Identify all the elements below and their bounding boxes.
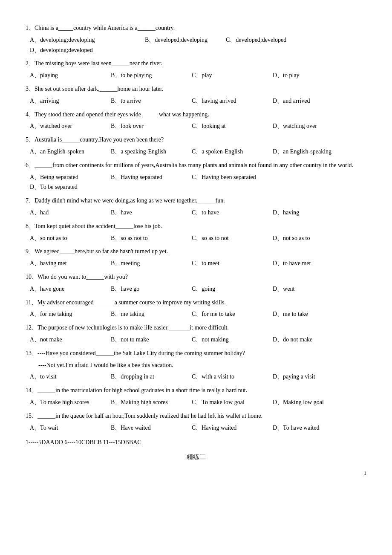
option-13-B: B、dropping in at bbox=[111, 372, 187, 382]
options-row-5: A、an English-spokenB、a speaking-EnglishC… bbox=[26, 147, 366, 157]
options-row-4: A、watched overB、look overC、looking atD、w… bbox=[26, 121, 366, 131]
question-block-8: 8、Tom kept quiet about the accident_____… bbox=[26, 221, 366, 243]
option-13-A: A、to visit bbox=[30, 372, 107, 382]
option-9-C: C、to meet bbox=[192, 258, 268, 269]
option-5-B: B、a speaking-English bbox=[111, 147, 187, 157]
option-2-D: D、to play bbox=[273, 70, 349, 81]
option-3-A: A、arriving bbox=[30, 96, 107, 106]
option-7-B: B、have bbox=[111, 208, 187, 218]
option-9-D: D、to have met bbox=[273, 258, 349, 269]
options-row-6: A、Being separatedB、Having separatedC、Hav… bbox=[26, 172, 366, 193]
option-11-A: A、for me taking bbox=[30, 309, 107, 319]
option-3-C: C、having arrived bbox=[192, 96, 268, 106]
question-block-4: 4、They stood there and opened their eyes… bbox=[26, 110, 366, 132]
question-stem-11: 11、My advisor encouraged_______a summer … bbox=[26, 298, 366, 308]
question-block-3: 3、She set out soon after dark,______home… bbox=[26, 84, 366, 106]
option-11-B: B、me taking bbox=[111, 309, 187, 319]
question-stem-2: 2、The missing boys were last seen______n… bbox=[26, 58, 366, 69]
question-block-5: 5、Australia is______country.Have you eve… bbox=[26, 135, 366, 157]
option-8-C: C、so as to not bbox=[192, 233, 268, 243]
option-12-B: B、not to make bbox=[111, 335, 187, 345]
option-1-B: B、developed;developing bbox=[145, 35, 222, 45]
option-9-A: A、having met bbox=[30, 258, 107, 269]
question-block-2: 2、The missing boys were last seen______n… bbox=[26, 58, 366, 81]
option-15-C: C、Having waited bbox=[192, 423, 268, 433]
question-stem-13: 13、----Have you considered______the Salt… bbox=[26, 348, 366, 358]
option-4-A: A、watched over bbox=[30, 121, 107, 131]
option-1-C: C、developed;developed bbox=[226, 35, 303, 45]
options-row-15: A、To waitB、Have waitedC、Having waitedD、T… bbox=[26, 423, 366, 433]
question-block-6: 6、______from other continents for millio… bbox=[26, 160, 366, 192]
option-15-D: D、To have waited bbox=[273, 423, 349, 433]
option-6-C: C、Having been separated bbox=[192, 172, 303, 182]
option-2-A: A、playing bbox=[30, 70, 107, 81]
option-14-C: C、To make low goal bbox=[192, 397, 268, 408]
question-block-12: 12、The purpose of new technologies is to… bbox=[26, 323, 366, 345]
question-block-1: 1、China is a_____country while America i… bbox=[26, 23, 366, 55]
question-block-9: 9、We agreed_____here,but so far she hasn… bbox=[26, 246, 366, 269]
option-4-B: B、look over bbox=[111, 121, 187, 131]
option-15-A: A、To wait bbox=[30, 423, 107, 433]
option-5-A: A、an English-spoken bbox=[30, 147, 107, 157]
option-8-D: D、not so as to bbox=[273, 233, 349, 243]
option-10-C: C、going bbox=[192, 284, 268, 294]
question-stem-6: 6、______from other continents for millio… bbox=[26, 160, 366, 171]
option-8-B: B、so as not to bbox=[111, 233, 187, 243]
option-6-B: B、Having separated bbox=[111, 172, 187, 182]
questions-container: 1、China is a_____country while America i… bbox=[26, 23, 366, 433]
options-row-8: A、so not as toB、so as not toC、so as to n… bbox=[26, 233, 366, 243]
options-row-10: A、have goneB、have goC、goingD、went bbox=[26, 284, 366, 294]
option-10-B: B、have go bbox=[111, 284, 187, 294]
question-stem-10: 10、Who do you want to______with you? bbox=[26, 272, 366, 282]
option-12-D: D、do not make bbox=[273, 335, 349, 345]
options-row-14: A、To make high scoresB、Making high score… bbox=[26, 397, 366, 408]
option-6-A: A、Being separated bbox=[30, 172, 107, 182]
option-5-C: C、a spoken-English bbox=[192, 147, 268, 157]
option-11-D: D、me to take bbox=[273, 309, 349, 319]
option-14-D: D、Making low goal bbox=[273, 397, 349, 408]
option-12-A: A、not make bbox=[30, 335, 107, 345]
options-row-11: A、for me takingB、me takingC、for me to ta… bbox=[26, 309, 366, 319]
option-6-D: D、To be separated bbox=[30, 182, 107, 192]
options-row-2: A、playingB、to be playingC、playD、to play bbox=[26, 70, 366, 81]
options-row-9: A、having metB、meetingC、to meetD、to have … bbox=[26, 258, 366, 269]
question-block-10: 10、Who do you want to______with you?A、ha… bbox=[26, 272, 366, 294]
question-stem-1: 1、China is a_____country while America i… bbox=[26, 23, 366, 33]
option-7-C: C、to have bbox=[192, 208, 268, 218]
question-stem-3: 3、She set out soon after dark,______home… bbox=[26, 84, 366, 94]
option-8-A: A、so not as to bbox=[30, 233, 107, 243]
option-10-D: D、went bbox=[273, 284, 349, 294]
option-3-B: B、to arrive bbox=[111, 96, 187, 106]
question-block-15: 15、______in the queue for half an hour,T… bbox=[26, 411, 366, 433]
option-4-C: C、looking at bbox=[192, 121, 268, 131]
question-stem-12: 12、The purpose of new technologies is to… bbox=[26, 323, 366, 333]
option-3-D: D、and arrived bbox=[273, 96, 349, 106]
section-end-title: 精练二 bbox=[26, 452, 366, 462]
option-1-A: A、developing;developing bbox=[30, 35, 141, 45]
option-12-C: C、not making bbox=[192, 335, 268, 345]
option-14-A: A、To make high scores bbox=[30, 397, 107, 408]
option-4-D: D、watching over bbox=[273, 121, 349, 131]
option-15-B: B、Have waited bbox=[111, 423, 187, 433]
option-1-D: D、developing;developed bbox=[30, 45, 107, 55]
question-block-7: 7、Daddy didn't mind what we were doing,a… bbox=[26, 196, 366, 218]
answers-line: 1-----5DAADD 6----10CDBCB 11---15DBBAC bbox=[26, 437, 366, 448]
option-14-B: B、Making high scores bbox=[111, 397, 187, 408]
options-row-7: A、hadB、haveC、to haveD、having bbox=[26, 208, 366, 218]
options-row-13: A、to visitB、dropping in atC、with a visit… bbox=[26, 372, 366, 382]
options-row-1: A、developing;developingB、developed;devel… bbox=[26, 35, 366, 55]
options-row-3: A、arrivingB、to arriveC、having arrivedD、a… bbox=[26, 96, 366, 106]
option-7-D: D、having bbox=[273, 208, 349, 218]
option-5-D: D、an English-speaking bbox=[273, 147, 349, 157]
question-stem-15: 15、______in the queue for half an hour,T… bbox=[26, 411, 366, 421]
option-2-B: B、to be playing bbox=[111, 70, 187, 81]
option-10-A: A、have gone bbox=[30, 284, 107, 294]
question-block-13: 13、----Have you considered______the Salt… bbox=[26, 348, 366, 382]
option-2-C: C、play bbox=[192, 70, 268, 81]
question-stem-8: 8、Tom kept quiet about the accident_____… bbox=[26, 221, 366, 231]
option-13-D: D、paying a visit bbox=[273, 372, 349, 382]
question-block-11: 11、My advisor encouraged_______a summer … bbox=[26, 298, 366, 320]
option-13-C: C、with a visit to bbox=[192, 372, 268, 382]
options-row-12: A、not makeB、not to makeC、not makingD、do … bbox=[26, 335, 366, 345]
question-stem-9: 9、We agreed_____here,but so far she hasn… bbox=[26, 246, 366, 257]
